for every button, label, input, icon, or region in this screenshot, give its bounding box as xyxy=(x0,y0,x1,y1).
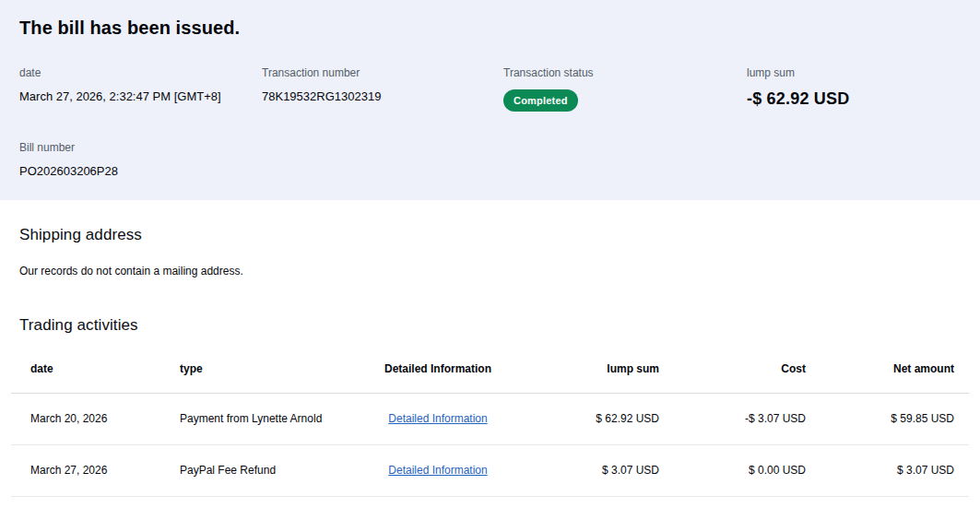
field-transaction-status: Transaction status Completed xyxy=(503,66,747,112)
shipping-address-title: Shipping address xyxy=(19,226,961,244)
shipping-address-section: Shipping address Our records do not cont… xyxy=(0,200,980,278)
cell-lump-sum: $ 3.07 USD xyxy=(516,445,659,497)
field-lump-sum: lump sum -$ 62.92 USD xyxy=(747,66,961,112)
lump-sum-amount: -$ 62.92 USD xyxy=(747,89,961,109)
cell-cost: -$ 3.07 USD xyxy=(659,394,817,445)
field-date-label: date xyxy=(19,66,262,79)
field-date-value: March 27, 2026, 2:32:47 PM [GMT+8] xyxy=(19,89,262,103)
table-row: March 20, 2026 Payment from Lynette Arno… xyxy=(11,394,969,445)
field-bill-number-label: Bill number xyxy=(19,141,262,154)
field-transaction-number-label: Transaction number xyxy=(262,66,503,79)
detailed-information-link[interactable]: Detailed Information xyxy=(388,412,487,425)
cell-net-amount: $ 59.85 USD xyxy=(817,394,969,445)
table-body: March 20, 2026 Payment from Lynette Arno… xyxy=(11,394,969,497)
trading-activities-section: Trading activities date type Detailed In… xyxy=(0,278,980,497)
cell-date: March 20, 2026 xyxy=(11,394,180,445)
cell-type: Payment from Lynette Arnold xyxy=(180,394,360,445)
field-transaction-number-value: 78K19532RG1302319 xyxy=(262,89,503,103)
column-header-cost: Cost xyxy=(659,353,817,394)
field-bill-number: Bill number PO202603206P28 xyxy=(19,141,262,178)
bill-details-page: The bill has been issued. date March 27,… xyxy=(0,0,980,508)
table-row: March 27, 2026 PayPal Fee Refund Detaile… xyxy=(11,445,969,497)
status-badge: Completed xyxy=(503,89,578,112)
field-date: date March 27, 2026, 2:32:47 PM [GMT+8] xyxy=(19,66,262,112)
detailed-information-link[interactable]: Detailed Information xyxy=(388,464,487,477)
bill-summary-section: The bill has been issued. date March 27,… xyxy=(0,0,980,200)
shipping-address-message: Our records do not contain a mailing add… xyxy=(19,265,961,278)
table-header: date type Detailed Information lump sum … xyxy=(11,353,969,394)
table-header-row: date type Detailed Information lump sum … xyxy=(11,353,969,394)
page-title: The bill has been issued. xyxy=(19,18,961,39)
summary-grid: date March 27, 2026, 2:32:47 PM [GMT+8] … xyxy=(19,66,961,178)
field-bill-number-value: PO202603206P28 xyxy=(19,164,262,178)
trading-activities-table: date type Detailed Information lump sum … xyxy=(11,353,969,497)
cell-net-amount: $ 3.07 USD xyxy=(817,445,969,497)
column-header-type: type xyxy=(180,353,360,394)
column-header-date: date xyxy=(11,353,180,394)
field-lump-sum-label: lump sum xyxy=(747,66,961,79)
cell-date: March 27, 2026 xyxy=(11,445,180,497)
field-transaction-status-label: Transaction status xyxy=(503,66,747,79)
column-header-net-amount: Net amount xyxy=(817,353,969,394)
column-header-lump-sum: lump sum xyxy=(516,353,659,394)
cell-lump-sum: $ 62.92 USD xyxy=(516,394,659,445)
cell-cost: $ 0.00 USD xyxy=(659,445,817,497)
cell-type: PayPal Fee Refund xyxy=(180,445,360,497)
trading-activities-title: Trading activities xyxy=(0,316,980,335)
column-header-detailed-information: Detailed Information xyxy=(360,353,516,394)
field-transaction-number: Transaction number 78K19532RG1302319 xyxy=(262,66,503,112)
